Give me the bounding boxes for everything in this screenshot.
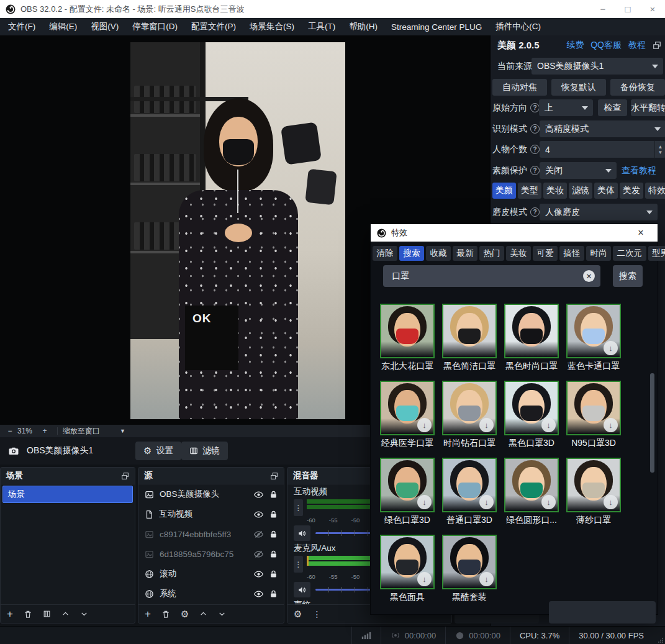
beauty-tab[interactable]: 美体 — [594, 183, 618, 199]
person-count-stepper[interactable]: 4 ▲▼ — [540, 141, 665, 158]
eye-icon[interactable] — [253, 589, 264, 599]
filters-button[interactable]: 滤镜 — [181, 442, 228, 460]
scene-list-item[interactable]: 场景 — [2, 486, 133, 503]
source-row[interactable]: c8917f4ebbfbfe5ff3 — [138, 524, 284, 544]
maximize-button[interactable]: □ — [615, 0, 640, 18]
speaker-icon[interactable] — [294, 525, 310, 541]
view-tutorial-link[interactable]: 查看教程 — [622, 165, 656, 176]
effects-tab[interactable]: 清除 — [373, 246, 397, 261]
popout-icon[interactable] — [121, 472, 129, 480]
resize-grip[interactable] — [658, 627, 665, 644]
horizontal-flip-button[interactable]: 水平翻转 — [631, 99, 665, 116]
eye-icon[interactable] — [253, 569, 264, 579]
menu-item[interactable]: 停靠窗口(D) — [125, 18, 184, 35]
effect-thumbnail[interactable]: ↓ — [566, 458, 621, 512]
effect-item[interactable]: 黑色简洁口罩 — [442, 304, 497, 372]
mixer-menu-dots-icon[interactable]: ⋮ — [312, 609, 321, 619]
zoom-in-button[interactable]: + — [37, 427, 52, 435]
effect-thumbnail[interactable]: ↓ — [380, 381, 435, 435]
tutorial-link[interactable]: 教程 — [628, 40, 646, 51]
effect-thumbnail[interactable]: ↓ — [442, 458, 497, 512]
effect-item[interactable]: 东北大花口罩 — [380, 304, 435, 372]
effects-tab[interactable]: 搞怪 — [559, 246, 584, 261]
download-icon[interactable]: ↓ — [541, 495, 556, 509]
menu-item[interactable]: 工具(T) — [301, 18, 342, 35]
eye-icon[interactable] — [253, 510, 264, 519]
effect-item[interactable]: ↓黑酷套装 — [442, 535, 497, 603]
effect-item[interactable]: 黑色时尚口罩 — [504, 304, 559, 372]
effect-thumbnail[interactable] — [504, 304, 559, 358]
lock-icon[interactable] — [269, 510, 278, 519]
move-down-icon[interactable] — [80, 610, 88, 618]
effect-item[interactable]: ↓黑色面具 — [380, 535, 435, 603]
download-icon[interactable]: ↓ — [479, 495, 494, 509]
dialog-close-button[interactable]: × — [630, 224, 651, 242]
download-icon[interactable]: ↓ — [417, 495, 432, 509]
move-up-icon[interactable] — [61, 610, 70, 618]
question-icon[interactable]: ? — [530, 145, 540, 154]
skin-mode-select[interactable]: 人像磨皮 — [540, 204, 658, 220]
effects-tab[interactable]: 可爱 — [533, 246, 558, 261]
effects-search-input[interactable] — [383, 265, 600, 287]
beauty-tab[interactable]: 美发 — [620, 183, 643, 199]
channel-menu-dots-icon[interactable]: ⋮ — [294, 499, 303, 516]
effect-item[interactable]: ↓N95口罩3D — [566, 381, 621, 449]
grid-scrollbar-thumb[interactable] — [650, 373, 654, 473]
stepper-arrows[interactable]: ▲▼ — [654, 141, 665, 158]
video-preview[interactable]: OK — [130, 42, 345, 419]
remove-scene-trash-icon[interactable] — [24, 610, 32, 619]
settings-button[interactable]: ⚙ 设置 — [135, 442, 181, 460]
orientation-select[interactable]: 上 — [539, 99, 593, 116]
beauty-tab[interactable]: 美型 — [518, 183, 541, 199]
menu-item[interactable]: 视图(V) — [84, 18, 125, 35]
eye-off-icon[interactable] — [253, 550, 264, 559]
effect-thumbnail[interactable]: ↓ — [504, 381, 559, 435]
search-button[interactable]: 搜索 — [613, 265, 643, 287]
effect-item[interactable]: ↓绿色圆形口... — [504, 458, 559, 526]
eye-icon[interactable] — [253, 490, 264, 499]
popout-icon[interactable] — [653, 41, 661, 50]
autofocus-button[interactable]: 自动对焦 — [492, 79, 547, 96]
speaker-icon[interactable] — [294, 582, 310, 597]
effect-thumbnail[interactable] — [442, 304, 497, 358]
source-row[interactable]: OBS美颜摄像头 — [138, 484, 284, 504]
effect-thumbnail[interactable]: ↓ — [442, 535, 497, 589]
remove-source-trash-icon[interactable] — [161, 610, 170, 619]
menu-item[interactable]: 插件中心(C) — [489, 18, 548, 35]
download-icon[interactable]: ↓ — [541, 418, 556, 432]
source-row[interactable]: 互动视频 — [138, 504, 284, 524]
effect-thumbnail[interactable]: ↓ — [566, 304, 621, 358]
move-down-icon[interactable] — [218, 610, 226, 618]
lock-icon[interactable] — [269, 569, 278, 579]
effect-item[interactable]: ↓黑色口罩3D — [504, 381, 559, 449]
question-icon[interactable]: ? — [530, 103, 540, 112]
download-icon[interactable]: ↓ — [604, 495, 618, 509]
source-properties-gear-icon[interactable]: ⚙ — [181, 609, 189, 620]
source-row[interactable]: 系统 — [138, 584, 284, 604]
minimize-button[interactable]: − — [590, 0, 615, 18]
menu-item[interactable]: Streaming Center PLUG — [384, 18, 489, 35]
effect-item[interactable]: ↓绿色口罩3D — [380, 458, 435, 526]
menu-item[interactable]: 场景集合(S) — [243, 18, 301, 35]
effect-thumbnail[interactable]: ↓ — [442, 381, 497, 435]
advanced-audio-gear-icon[interactable]: ⚙ — [294, 609, 302, 620]
question-icon[interactable]: ? — [530, 166, 540, 175]
check-button[interactable]: 检查 — [598, 99, 627, 116]
effect-item[interactable]: ↓薄纱口罩 — [566, 458, 621, 526]
effect-thumbnail[interactable]: ↓ — [566, 381, 621, 435]
add-source-icon[interactable]: + — [145, 608, 151, 620]
clear-search-icon[interactable]: ✕ — [583, 270, 595, 282]
chevron-up-icon[interactable]: ▲ — [658, 144, 663, 150]
lock-icon[interactable] — [269, 550, 278, 559]
menu-item[interactable]: 编辑(E) — [42, 18, 84, 35]
effect-item[interactable]: ↓蓝色卡通口罩 — [566, 304, 621, 372]
effects-tab[interactable]: 美妆 — [506, 246, 531, 261]
lock-icon[interactable] — [269, 530, 278, 539]
effects-tab[interactable]: 二次元 — [613, 246, 646, 261]
menu-item[interactable]: 文件(F) — [1, 18, 42, 35]
chevron-down-icon[interactable]: ▼ — [120, 428, 125, 434]
qq-support-link[interactable]: QQ客服 — [590, 40, 622, 51]
effect-thumbnail[interactable]: ↓ — [380, 458, 435, 512]
download-icon[interactable]: ↓ — [479, 418, 494, 432]
beauty-tab[interactable]: 美妆 — [543, 183, 567, 199]
